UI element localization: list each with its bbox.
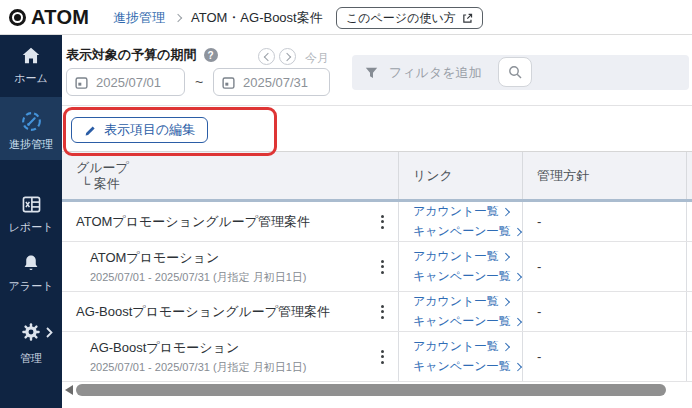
breadcrumb-chevron-icon: [174, 13, 182, 21]
filter-icon: [365, 67, 378, 79]
row-link-cell: アカウント一覧 キャンペーン一覧: [399, 292, 523, 331]
pencil-icon: [84, 124, 97, 137]
atom-logo[interactable]: ATOM: [9, 6, 89, 29]
hscroll-left-arrow[interactable]: [65, 385, 73, 395]
external-link-icon: [462, 13, 473, 24]
page-help-button-label: このページの使い方: [346, 10, 456, 27]
filter-placeholder: フィルタを追加: [389, 64, 482, 82]
sidebar-item-label: ホーム: [14, 71, 48, 86]
row-menu-button[interactable]: [377, 301, 388, 323]
policy-value: -: [537, 349, 686, 364]
link-campaigns[interactable]: キャンペーン一覧: [413, 267, 522, 286]
sidebar-item-label: 管理: [20, 351, 42, 366]
chevron-right-icon: [514, 273, 522, 281]
sidebar-item-label: アラート: [9, 279, 54, 294]
sidebar-item-label: 進捗管理: [9, 137, 53, 152]
sidebar-item-admin[interactable]: 管理: [0, 321, 62, 366]
link-accounts[interactable]: アカウント一覧: [413, 292, 522, 311]
date-range-separator: ~: [195, 74, 203, 90]
link-campaigns[interactable]: キャンペーン一覧: [413, 312, 522, 331]
row-link-cell: アカウント一覧 キャンペーン一覧: [399, 332, 523, 381]
row-subtitle: 2025/07/01 - 2025/07/31 (月指定 月初日1日): [90, 360, 364, 375]
column-header-policy: 管理方針: [523, 152, 687, 199]
table-row: ATOMプロモーショングループ管理案件 アカウント一覧 キャンペーン一覧 -: [62, 202, 692, 242]
sidebar-item-home[interactable]: ホーム: [0, 45, 62, 86]
chevron-right-icon: [514, 363, 522, 371]
sidebar-item-alert[interactable]: アラート: [0, 253, 62, 294]
row-name-cell: AG-Boostプロモーション 2025/07/01 - 2025/07/31 …: [62, 332, 399, 381]
link-campaigns[interactable]: キャンペーン一覧: [413, 222, 522, 241]
link-accounts-label: アカウント一覧: [413, 202, 498, 221]
row-title: AG-Boostプロモーション: [90, 339, 364, 357]
period-section-label: 表示対象の予算の期間 ?: [66, 46, 218, 64]
chevron-right-icon: [502, 343, 510, 351]
chevron-right-icon: [502, 208, 510, 216]
link-accounts-label: アカウント一覧: [413, 337, 498, 356]
breadcrumb-section-link[interactable]: 進捗管理: [113, 9, 165, 27]
date-from-value: 2025/07/01: [96, 75, 161, 90]
link-accounts[interactable]: アカウント一覧: [413, 247, 522, 266]
table-header-row: グループ └ 案件 リンク 管理方針: [62, 152, 692, 202]
gear-icon-wrap: [20, 321, 42, 347]
page-help-button[interactable]: このページの使い方: [336, 7, 483, 29]
filter-search-button[interactable]: [498, 57, 532, 87]
row-cutoff-cell: [687, 332, 692, 381]
sidebar-nav: ホーム 進捗管理 レポート アラー: [0, 35, 62, 408]
row-policy-cell: -: [523, 242, 687, 291]
home-icon: [20, 45, 42, 67]
row-title: AG-Boostプロモーショングループ管理案件: [76, 303, 364, 321]
row-menu-button[interactable]: [377, 211, 388, 233]
sidebar-item-label: レポート: [9, 220, 54, 235]
atom-logo-text: ATOM: [31, 6, 89, 29]
chevron-right-icon: [46, 327, 53, 338]
app-window: ATOM 進捗管理 ATOM・AG-Boost案件 このページの使い方 ホーム: [0, 0, 692, 408]
period-label-text: 表示対象の予算の期間: [66, 46, 197, 64]
edit-columns-button-label: 表示項目の編集: [104, 121, 195, 139]
row-name-cell: AG-Boostプロモーショングループ管理案件: [62, 292, 399, 331]
row-title: ATOMプロモーション: [90, 249, 364, 267]
row-menu-button[interactable]: [377, 256, 388, 278]
row-cutoff-cell: [687, 202, 692, 241]
date-to-input[interactable]: 2025/07/31: [213, 68, 330, 96]
main-content: 表示対象の予算の期間 ? 今月 2025/07/01 ~ 2025/07/31: [62, 35, 692, 408]
progress-icon: [20, 110, 43, 133]
chevron-right-icon: [502, 298, 510, 306]
breadcrumb: 進捗管理 ATOM・AG-Boost案件: [113, 0, 323, 35]
column-header-link: リンク: [399, 152, 523, 199]
calendar-icon: [75, 76, 88, 89]
hscroll-thumb[interactable]: [76, 384, 666, 396]
top-header: ATOM 進捗管理 ATOM・AG-Boost案件 このページの使い方: [0, 0, 692, 35]
table-row: AG-Boostプロモーション 2025/07/01 - 2025/07/31 …: [62, 332, 692, 382]
chevron-right-icon: [514, 318, 522, 326]
gear-icon: [20, 321, 42, 343]
sidebar-item-report[interactable]: レポート: [0, 193, 62, 235]
link-campaigns-label: キャンペーン一覧: [413, 312, 510, 331]
row-link-cell: アカウント一覧 キャンペーン一覧: [399, 242, 523, 291]
column-header-group: グループ └ 案件: [62, 152, 399, 199]
row-menu-button[interactable]: [377, 346, 388, 368]
row-policy-cell: -: [523, 332, 687, 381]
table-body: ATOMプロモーショングループ管理案件 アカウント一覧 キャンペーン一覧 - A…: [62, 202, 692, 382]
next-period-button[interactable]: [279, 48, 296, 65]
sidebar-item-progress[interactable]: 進捗管理: [0, 97, 62, 160]
link-campaigns-label: キャンペーン一覧: [413, 267, 510, 286]
link-accounts[interactable]: アカウント一覧: [413, 202, 522, 221]
row-policy-cell: -: [523, 202, 687, 241]
alert-icon: [20, 253, 42, 275]
chevron-right-icon: [282, 52, 290, 60]
row-subtitle: 2025/07/01 - 2025/07/31 (月指定 月初日1日): [90, 270, 364, 285]
prev-period-button[interactable]: [258, 48, 275, 65]
policy-value: -: [537, 304, 686, 319]
link-accounts[interactable]: アカウント一覧: [413, 337, 522, 356]
edit-columns-button[interactable]: 表示項目の編集: [71, 117, 208, 143]
section-divider: [62, 105, 692, 106]
atom-logo-icon: [9, 9, 26, 26]
report-icon: [20, 193, 43, 216]
group-header-label: グループ: [76, 160, 398, 176]
help-icon[interactable]: ?: [204, 48, 218, 62]
link-campaigns[interactable]: キャンペーン一覧: [413, 357, 522, 376]
date-from-input[interactable]: 2025/07/01: [66, 68, 185, 96]
breadcrumb-current-page: ATOM・AG-Boost案件: [191, 9, 323, 27]
projects-table: グループ └ 案件 リンク 管理方針 ATOMプロモーショングループ管理案件 ア…: [62, 151, 692, 382]
date-to-value: 2025/07/31: [243, 75, 308, 90]
